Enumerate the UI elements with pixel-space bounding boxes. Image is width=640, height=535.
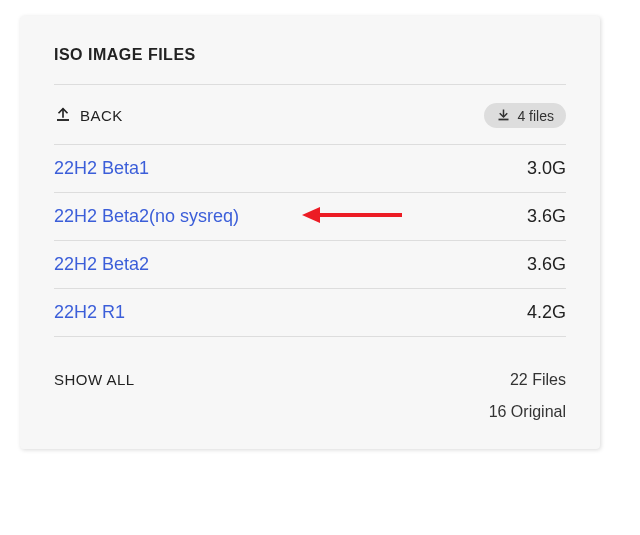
file-list: 22H2 Beta13.0G22H2 Beta2(no sysreq)3.6G2… (54, 144, 566, 337)
show-all-button[interactable]: SHOW ALL (54, 371, 135, 388)
download-files-label: 4 files (517, 108, 554, 124)
annotation-arrow-icon (302, 203, 402, 231)
file-size: 3.6G (527, 254, 566, 275)
file-link[interactable]: 22H2 Beta1 (54, 158, 149, 179)
file-row: 22H2 Beta23.6G (54, 241, 566, 289)
file-link[interactable]: 22H2 Beta2 (54, 254, 149, 275)
panel-footer: SHOW ALL 22 Files 16 Original (54, 337, 566, 421)
back-button[interactable]: BACK (54, 105, 123, 126)
file-link[interactable]: 22H2 Beta2(no sysreq) (54, 206, 239, 227)
file-size: 3.0G (527, 158, 566, 179)
svg-marker-1 (302, 207, 320, 223)
back-label: BACK (80, 107, 123, 124)
up-back-icon (54, 105, 72, 126)
file-size: 4.2G (527, 302, 566, 323)
file-row: 22H2 Beta13.0G (54, 145, 566, 193)
stats-original-count: 16 Original (489, 403, 566, 421)
file-stats: 22 Files 16 Original (489, 371, 566, 421)
panel-header-row: BACK 4 files (54, 85, 566, 144)
file-row: 22H2 R14.2G (54, 289, 566, 337)
file-link[interactable]: 22H2 R1 (54, 302, 125, 323)
download-icon (496, 107, 511, 124)
stats-files-count: 22 Files (489, 371, 566, 389)
file-size: 3.6G (527, 206, 566, 227)
panel-title: ISO IMAGE FILES (54, 46, 566, 85)
file-panel: ISO IMAGE FILES BACK 4 files (20, 16, 600, 449)
file-row: 22H2 Beta2(no sysreq)3.6G (54, 193, 566, 241)
download-files-badge[interactable]: 4 files (484, 103, 566, 128)
